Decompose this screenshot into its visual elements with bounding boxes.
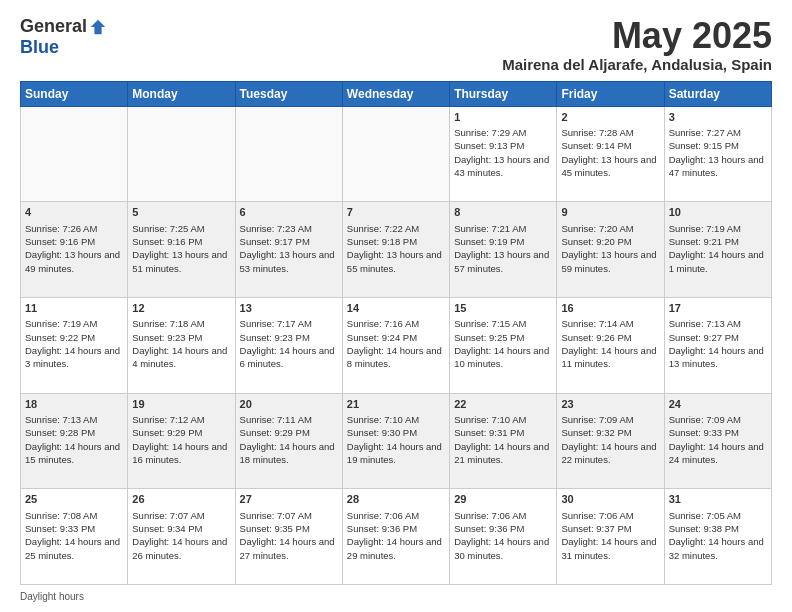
daylight-text: Daylight: 14 hours and 21 minutes. [454, 440, 552, 467]
sunrise-text: Sunrise: 7:16 AM [347, 317, 445, 330]
sunset-text: Sunset: 9:26 PM [561, 331, 659, 344]
day-number: 2 [561, 110, 659, 125]
calendar-day-header: Saturday [664, 81, 771, 106]
sunrise-text: Sunrise: 7:28 AM [561, 126, 659, 139]
sunrise-text: Sunrise: 7:09 AM [669, 413, 767, 426]
daylight-text: Daylight: 13 hours and 43 minutes. [454, 153, 552, 180]
calendar-day-header: Monday [128, 81, 235, 106]
sunset-text: Sunset: 9:17 PM [240, 235, 338, 248]
sunrise-text: Sunrise: 7:08 AM [25, 509, 123, 522]
sunset-text: Sunset: 9:29 PM [240, 426, 338, 439]
day-number: 15 [454, 301, 552, 316]
daylight-text: Daylight: 14 hours and 18 minutes. [240, 440, 338, 467]
sunrise-text: Sunrise: 7:23 AM [240, 222, 338, 235]
sunrise-text: Sunrise: 7:06 AM [347, 509, 445, 522]
logo-general-text: General [20, 16, 87, 37]
daylight-text: Daylight: 14 hours and 8 minutes. [347, 344, 445, 371]
sunrise-text: Sunrise: 7:06 AM [454, 509, 552, 522]
sunset-text: Sunset: 9:14 PM [561, 139, 659, 152]
sunset-text: Sunset: 9:34 PM [132, 522, 230, 535]
sunset-text: Sunset: 9:36 PM [347, 522, 445, 535]
day-number: 19 [132, 397, 230, 412]
day-number: 26 [132, 492, 230, 507]
sunset-text: Sunset: 9:37 PM [561, 522, 659, 535]
calendar-day-header: Thursday [450, 81, 557, 106]
sunset-text: Sunset: 9:33 PM [669, 426, 767, 439]
day-number: 1 [454, 110, 552, 125]
calendar-week-row: 1Sunrise: 7:29 AMSunset: 9:13 PMDaylight… [21, 106, 772, 202]
calendar-cell: 18Sunrise: 7:13 AMSunset: 9:28 PMDayligh… [21, 393, 128, 489]
calendar-cell: 3Sunrise: 7:27 AMSunset: 9:15 PMDaylight… [664, 106, 771, 202]
daylight-text: Daylight: 14 hours and 32 minutes. [669, 535, 767, 562]
calendar-cell: 22Sunrise: 7:10 AMSunset: 9:31 PMDayligh… [450, 393, 557, 489]
daylight-text: Daylight: 14 hours and 10 minutes. [454, 344, 552, 371]
day-number: 17 [669, 301, 767, 316]
calendar-cell: 13Sunrise: 7:17 AMSunset: 9:23 PMDayligh… [235, 297, 342, 393]
sunrise-text: Sunrise: 7:21 AM [454, 222, 552, 235]
sunrise-text: Sunrise: 7:11 AM [240, 413, 338, 426]
day-number: 7 [347, 205, 445, 220]
logo: General Blue [20, 16, 107, 58]
day-number: 9 [561, 205, 659, 220]
sunset-text: Sunset: 9:19 PM [454, 235, 552, 248]
daylight-label: Daylight hours [20, 591, 84, 602]
daylight-text: Daylight: 14 hours and 11 minutes. [561, 344, 659, 371]
daylight-text: Daylight: 14 hours and 3 minutes. [25, 344, 123, 371]
title-block: May 2025 Mairena del Aljarafe, Andalusia… [502, 16, 772, 73]
day-number: 30 [561, 492, 659, 507]
sunset-text: Sunset: 9:36 PM [454, 522, 552, 535]
sunset-text: Sunset: 9:28 PM [25, 426, 123, 439]
daylight-text: Daylight: 13 hours and 47 minutes. [669, 153, 767, 180]
sunset-text: Sunset: 9:21 PM [669, 235, 767, 248]
calendar-cell: 24Sunrise: 7:09 AMSunset: 9:33 PMDayligh… [664, 393, 771, 489]
sunrise-text: Sunrise: 7:19 AM [25, 317, 123, 330]
logo-icon [89, 18, 107, 36]
day-number: 24 [669, 397, 767, 412]
calendar-cell: 4Sunrise: 7:26 AMSunset: 9:16 PMDaylight… [21, 202, 128, 298]
daylight-text: Daylight: 13 hours and 51 minutes. [132, 248, 230, 275]
calendar-cell: 17Sunrise: 7:13 AMSunset: 9:27 PMDayligh… [664, 297, 771, 393]
sunrise-text: Sunrise: 7:12 AM [132, 413, 230, 426]
sunrise-text: Sunrise: 7:07 AM [240, 509, 338, 522]
sunrise-text: Sunrise: 7:27 AM [669, 126, 767, 139]
calendar-cell: 2Sunrise: 7:28 AMSunset: 9:14 PMDaylight… [557, 106, 664, 202]
daylight-text: Daylight: 13 hours and 45 minutes. [561, 153, 659, 180]
daylight-text: Daylight: 14 hours and 19 minutes. [347, 440, 445, 467]
daylight-text: Daylight: 14 hours and 1 minute. [669, 248, 767, 275]
sunrise-text: Sunrise: 7:10 AM [454, 413, 552, 426]
day-number: 18 [25, 397, 123, 412]
daylight-text: Daylight: 14 hours and 27 minutes. [240, 535, 338, 562]
sunrise-text: Sunrise: 7:15 AM [454, 317, 552, 330]
daylight-text: Daylight: 14 hours and 15 minutes. [25, 440, 123, 467]
sunrise-text: Sunrise: 7:22 AM [347, 222, 445, 235]
sunset-text: Sunset: 9:16 PM [132, 235, 230, 248]
calendar-cell: 31Sunrise: 7:05 AMSunset: 9:38 PMDayligh… [664, 489, 771, 585]
calendar-table: SundayMondayTuesdayWednesdayThursdayFrid… [20, 81, 772, 585]
calendar-cell: 19Sunrise: 7:12 AMSunset: 9:29 PMDayligh… [128, 393, 235, 489]
sunrise-text: Sunrise: 7:10 AM [347, 413, 445, 426]
svg-marker-0 [91, 19, 105, 33]
sunrise-text: Sunrise: 7:29 AM [454, 126, 552, 139]
calendar-cell: 9Sunrise: 7:20 AMSunset: 9:20 PMDaylight… [557, 202, 664, 298]
logo-blue-text: Blue [20, 37, 59, 58]
page: General Blue May 2025 Mairena del Aljara… [0, 0, 792, 612]
sunset-text: Sunset: 9:24 PM [347, 331, 445, 344]
sunset-text: Sunset: 9:15 PM [669, 139, 767, 152]
calendar-cell: 23Sunrise: 7:09 AMSunset: 9:32 PMDayligh… [557, 393, 664, 489]
sunrise-text: Sunrise: 7:06 AM [561, 509, 659, 522]
daylight-text: Daylight: 13 hours and 57 minutes. [454, 248, 552, 275]
calendar-cell: 7Sunrise: 7:22 AMSunset: 9:18 PMDaylight… [342, 202, 449, 298]
sunset-text: Sunset: 9:27 PM [669, 331, 767, 344]
day-number: 23 [561, 397, 659, 412]
day-number: 31 [669, 492, 767, 507]
location-title: Mairena del Aljarafe, Andalusia, Spain [502, 56, 772, 73]
calendar-cell: 1Sunrise: 7:29 AMSunset: 9:13 PMDaylight… [450, 106, 557, 202]
daylight-text: Daylight: 14 hours and 22 minutes. [561, 440, 659, 467]
sunset-text: Sunset: 9:23 PM [132, 331, 230, 344]
sunrise-text: Sunrise: 7:18 AM [132, 317, 230, 330]
daylight-text: Daylight: 14 hours and 16 minutes. [132, 440, 230, 467]
sunset-text: Sunset: 9:33 PM [25, 522, 123, 535]
calendar-cell: 26Sunrise: 7:07 AMSunset: 9:34 PMDayligh… [128, 489, 235, 585]
calendar-day-header: Sunday [21, 81, 128, 106]
day-number: 10 [669, 205, 767, 220]
